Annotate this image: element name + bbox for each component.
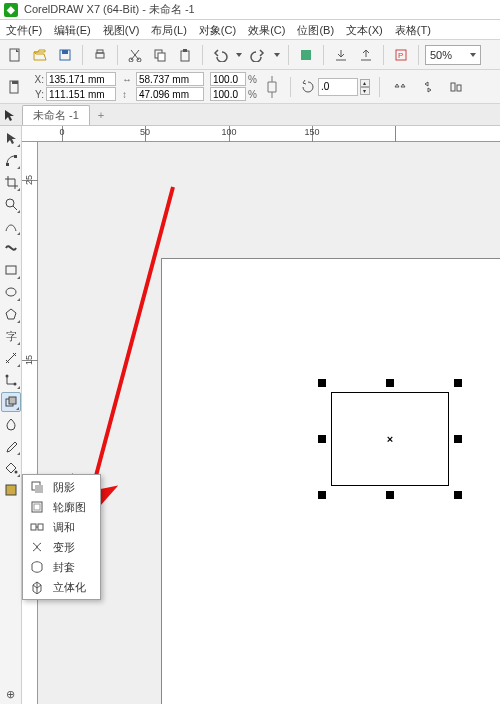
search-button[interactable] — [295, 44, 317, 66]
svg-text:P: P — [398, 51, 403, 60]
flyout-shadow[interactable]: 阴影 — [23, 477, 100, 497]
save-button[interactable] — [54, 44, 76, 66]
zoom-combo[interactable]: 50% — [425, 45, 481, 65]
parallel-dim-tool[interactable] — [1, 348, 21, 368]
undo-drop[interactable] — [234, 44, 244, 66]
x-label: X: — [32, 74, 44, 85]
rotation-spinner[interactable]: ▴▾ — [360, 79, 370, 95]
new-button[interactable] — [4, 44, 26, 66]
flyout-extrude[interactable]: 立体化 — [23, 577, 100, 597]
svg-rect-15 — [12, 81, 18, 84]
transparency-tool[interactable] — [1, 414, 21, 434]
connector-tool[interactable] — [1, 370, 21, 390]
zoom-tool[interactable] — [1, 194, 21, 214]
zoom-value: 50% — [430, 49, 452, 61]
svg-rect-3 — [96, 53, 104, 58]
handle-e[interactable] — [454, 435, 462, 443]
svg-rect-16 — [451, 83, 455, 91]
undo-button[interactable] — [209, 44, 231, 66]
redo-drop[interactable] — [272, 44, 282, 66]
title-bar: ◆ CorelDRAW X7 (64-Bit) - 未命名 -1 — [0, 0, 500, 20]
redo-button[interactable] — [247, 44, 269, 66]
menu-edit[interactable]: 编辑(E) — [48, 20, 97, 40]
open-button[interactable] — [29, 44, 51, 66]
svg-text:字: 字 — [6, 330, 17, 342]
align-button[interactable] — [445, 76, 467, 98]
smart-fill-tool[interactable] — [1, 480, 21, 500]
sx-input[interactable] — [210, 72, 246, 86]
print-button[interactable] — [89, 44, 111, 66]
publish-button[interactable]: P — [390, 44, 412, 66]
menu-layout[interactable]: 布局(L) — [145, 20, 192, 40]
svg-rect-27 — [9, 397, 16, 404]
ruler-vertical[interactable]: 25 15 — [22, 142, 38, 704]
current-tool-icon — [3, 108, 17, 122]
doc-tab-add[interactable]: + — [92, 105, 110, 125]
handle-w[interactable] — [318, 435, 326, 443]
menu-view[interactable]: 视图(V) — [97, 20, 146, 40]
artistic-media-tool[interactable] — [1, 238, 21, 258]
menu-text[interactable]: 文本(X) — [340, 20, 389, 40]
handle-sw[interactable] — [318, 491, 326, 499]
handle-nw[interactable] — [318, 379, 326, 387]
ellipse-tool[interactable] — [1, 282, 21, 302]
menu-object[interactable]: 对象(C) — [193, 20, 242, 40]
flyout-distort[interactable]: 变形 — [23, 537, 100, 557]
menu-bar: 文件(F) 编辑(E) 视图(V) 布局(L) 对象(C) 效果(C) 位图(B… — [0, 20, 500, 40]
eyedropper-tool[interactable] — [1, 436, 21, 456]
svg-rect-4 — [97, 50, 103, 53]
effects-flyout: 阴影 轮廓图 调和 变形 封套 立体化 — [22, 474, 101, 600]
svg-rect-36 — [38, 524, 43, 530]
selected-rectangle[interactable]: × — [331, 392, 449, 486]
fill-tool[interactable] — [1, 458, 21, 478]
canvas[interactable]: × — [38, 142, 500, 704]
flyout-blend[interactable]: 调和 — [23, 517, 100, 537]
contour-icon — [29, 499, 45, 515]
svg-rect-18 — [6, 163, 9, 166]
y-input[interactable] — [46, 87, 116, 101]
svg-point-20 — [6, 199, 14, 207]
envelope-icon — [29, 559, 45, 575]
crop-tool[interactable] — [1, 172, 21, 192]
doc-tab-1[interactable]: 未命名 -1 — [22, 105, 90, 125]
sy-input[interactable] — [210, 87, 246, 101]
scale-box: % % — [210, 72, 257, 101]
distort-icon — [29, 539, 45, 555]
paste-button[interactable] — [174, 44, 196, 66]
shape-tool[interactable] — [1, 150, 21, 170]
lock-ratio-button[interactable] — [263, 72, 281, 102]
interactive-effects-tool[interactable] — [1, 392, 21, 412]
menu-bitmap[interactable]: 位图(B) — [291, 20, 340, 40]
menu-effects[interactable]: 效果(C) — [242, 20, 291, 40]
quick-custom-button[interactable]: ⊕ — [1, 684, 21, 704]
pick-tool[interactable] — [1, 128, 21, 148]
ruler-horizontal[interactable]: 0 50 100 150 — [22, 126, 500, 142]
handle-se[interactable] — [454, 491, 462, 499]
h-input[interactable] — [136, 87, 204, 101]
page-combo[interactable] — [4, 76, 26, 98]
handle-n[interactable] — [386, 379, 394, 387]
export-button[interactable] — [355, 44, 377, 66]
mirror-v-button[interactable] — [417, 76, 439, 98]
freehand-tool[interactable] — [1, 216, 21, 236]
polygon-tool[interactable] — [1, 304, 21, 324]
rotation-input[interactable] — [318, 78, 358, 96]
flyout-envelope[interactable]: 封套 — [23, 557, 100, 577]
mirror-h-button[interactable] — [389, 76, 411, 98]
cut-button[interactable] — [124, 44, 146, 66]
w-input[interactable] — [136, 72, 204, 86]
document-tabs: 未命名 -1 + — [0, 104, 500, 126]
x-input[interactable] — [46, 72, 116, 86]
menu-table[interactable]: 表格(T) — [389, 20, 437, 40]
import-button[interactable] — [330, 44, 352, 66]
menu-file[interactable]: 文件(F) — [0, 20, 48, 40]
handle-s[interactable] — [386, 491, 394, 499]
blend-icon — [29, 519, 45, 535]
handle-ne[interactable] — [454, 379, 462, 387]
text-tool[interactable]: 字 — [1, 326, 21, 346]
svg-rect-29 — [6, 485, 16, 495]
flyout-contour[interactable]: 轮廓图 — [23, 497, 100, 517]
rectangle-tool[interactable] — [1, 260, 21, 280]
copy-button[interactable] — [149, 44, 171, 66]
rotate-icon — [300, 79, 316, 95]
